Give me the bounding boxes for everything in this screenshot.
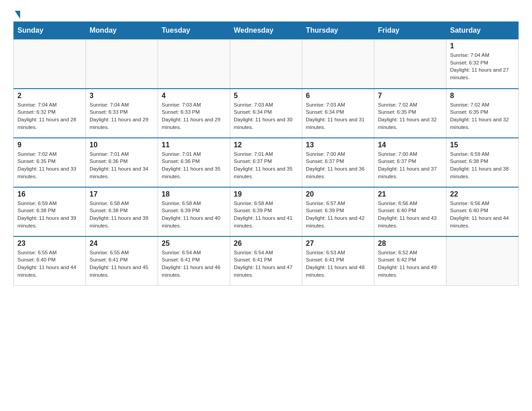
weekday-header-tuesday: Tuesday bbox=[158, 22, 230, 39]
day-number: 9 bbox=[17, 141, 82, 149]
day-info: Sunrise: 7:02 AMSunset: 6:35 PMDaylight:… bbox=[450, 101, 515, 131]
day-number: 10 bbox=[90, 141, 154, 149]
calendar-cell: 21Sunrise: 6:56 AMSunset: 6:40 PMDayligh… bbox=[374, 187, 446, 236]
calendar-cell bbox=[158, 39, 230, 89]
calendar-cell bbox=[230, 39, 302, 89]
day-info: Sunrise: 6:54 AMSunset: 6:41 PMDaylight:… bbox=[234, 249, 298, 279]
day-info: Sunrise: 7:02 AMSunset: 6:35 PMDaylight:… bbox=[378, 101, 442, 131]
day-number: 26 bbox=[234, 240, 298, 248]
day-number: 11 bbox=[162, 141, 226, 149]
day-info: Sunrise: 7:01 AMSunset: 6:37 PMDaylight:… bbox=[234, 150, 298, 180]
day-number: 28 bbox=[378, 240, 442, 248]
day-info: Sunrise: 6:58 AMSunset: 6:38 PMDaylight:… bbox=[90, 200, 154, 230]
calendar-cell: 27Sunrise: 6:53 AMSunset: 6:41 PMDayligh… bbox=[302, 236, 374, 286]
calendar-cell bbox=[86, 39, 158, 89]
day-info: Sunrise: 7:03 AMSunset: 6:33 PMDaylight:… bbox=[162, 101, 226, 131]
weekday-header-monday: Monday bbox=[86, 22, 158, 39]
day-info: Sunrise: 6:55 AMSunset: 6:40 PMDaylight:… bbox=[17, 249, 82, 279]
calendar-cell: 14Sunrise: 7:00 AMSunset: 6:37 PMDayligh… bbox=[374, 138, 446, 187]
calendar-cell: 5Sunrise: 7:03 AMSunset: 6:34 PMDaylight… bbox=[230, 89, 302, 138]
calendar-cell: 1Sunrise: 7:04 AMSunset: 6:32 PMDaylight… bbox=[446, 39, 519, 89]
day-info: Sunrise: 7:02 AMSunset: 6:35 PMDaylight:… bbox=[17, 150, 82, 180]
logo-arrow-icon bbox=[15, 11, 20, 19]
calendar-cell: 4Sunrise: 7:03 AMSunset: 6:33 PMDaylight… bbox=[158, 89, 230, 138]
weekday-header-sunday: Sunday bbox=[14, 22, 86, 39]
calendar-cell: 26Sunrise: 6:54 AMSunset: 6:41 PMDayligh… bbox=[230, 236, 302, 286]
calendar-cell bbox=[446, 236, 519, 286]
day-number: 3 bbox=[90, 92, 154, 100]
calendar-cell: 12Sunrise: 7:01 AMSunset: 6:37 PMDayligh… bbox=[230, 138, 302, 187]
day-number: 8 bbox=[450, 92, 515, 100]
calendar-week-3: 9Sunrise: 7:02 AMSunset: 6:35 PMDaylight… bbox=[14, 138, 519, 187]
calendar-cell: 17Sunrise: 6:58 AMSunset: 6:38 PMDayligh… bbox=[86, 187, 158, 236]
calendar-cell bbox=[302, 39, 374, 89]
day-info: Sunrise: 6:54 AMSunset: 6:41 PMDaylight:… bbox=[162, 249, 226, 279]
day-number: 23 bbox=[17, 240, 82, 248]
calendar-cell: 7Sunrise: 7:02 AMSunset: 6:35 PMDaylight… bbox=[374, 89, 446, 138]
weekday-header-wednesday: Wednesday bbox=[230, 22, 302, 39]
day-number: 22 bbox=[450, 190, 515, 198]
day-info: Sunrise: 6:52 AMSunset: 6:42 PMDaylight:… bbox=[378, 249, 442, 279]
calendar-cell: 28Sunrise: 6:52 AMSunset: 6:42 PMDayligh… bbox=[374, 236, 446, 286]
calendar-cell: 25Sunrise: 6:54 AMSunset: 6:41 PMDayligh… bbox=[158, 236, 230, 286]
calendar-cell: 3Sunrise: 7:04 AMSunset: 6:33 PMDaylight… bbox=[86, 89, 158, 138]
calendar-cell: 13Sunrise: 7:00 AMSunset: 6:37 PMDayligh… bbox=[302, 138, 374, 187]
day-info: Sunrise: 6:59 AMSunset: 6:38 PMDaylight:… bbox=[450, 150, 515, 180]
calendar-cell: 23Sunrise: 6:55 AMSunset: 6:40 PMDayligh… bbox=[14, 236, 86, 286]
calendar-cell: 20Sunrise: 6:57 AMSunset: 6:39 PMDayligh… bbox=[302, 187, 374, 236]
day-info: Sunrise: 6:56 AMSunset: 6:40 PMDaylight:… bbox=[450, 200, 515, 230]
day-info: Sunrise: 7:04 AMSunset: 6:33 PMDaylight:… bbox=[90, 101, 154, 131]
day-number: 14 bbox=[378, 141, 442, 149]
calendar-week-5: 23Sunrise: 6:55 AMSunset: 6:40 PMDayligh… bbox=[14, 236, 519, 286]
day-number: 17 bbox=[90, 190, 154, 198]
day-number: 13 bbox=[306, 141, 370, 149]
weekday-header-friday: Friday bbox=[374, 22, 446, 39]
day-number: 7 bbox=[378, 92, 442, 100]
calendar-week-1: 1Sunrise: 7:04 AMSunset: 6:32 PMDaylight… bbox=[14, 39, 519, 89]
calendar-cell: 24Sunrise: 6:55 AMSunset: 6:41 PMDayligh… bbox=[86, 236, 158, 286]
day-number: 2 bbox=[17, 92, 82, 100]
weekday-header-thursday: Thursday bbox=[302, 22, 374, 39]
calendar-cell bbox=[14, 39, 86, 89]
day-info: Sunrise: 7:03 AMSunset: 6:34 PMDaylight:… bbox=[306, 101, 370, 131]
day-number: 18 bbox=[162, 190, 226, 198]
day-info: Sunrise: 6:57 AMSunset: 6:39 PMDaylight:… bbox=[306, 200, 370, 230]
day-info: Sunrise: 7:00 AMSunset: 6:37 PMDaylight:… bbox=[378, 150, 442, 180]
weekday-header-row: SundayMondayTuesdayWednesdayThursdayFrid… bbox=[14, 22, 519, 39]
calendar-table: SundayMondayTuesdayWednesdayThursdayFrid… bbox=[13, 21, 519, 286]
day-number: 27 bbox=[306, 240, 370, 248]
day-number: 4 bbox=[162, 92, 226, 100]
weekday-header-saturday: Saturday bbox=[446, 22, 519, 39]
page-header bbox=[13, 9, 519, 17]
calendar-cell: 19Sunrise: 6:58 AMSunset: 6:39 PMDayligh… bbox=[230, 187, 302, 236]
day-number: 24 bbox=[90, 240, 154, 248]
day-info: Sunrise: 6:56 AMSunset: 6:40 PMDaylight:… bbox=[378, 200, 442, 230]
day-info: Sunrise: 6:59 AMSunset: 6:38 PMDaylight:… bbox=[17, 200, 82, 230]
calendar-cell: 22Sunrise: 6:56 AMSunset: 6:40 PMDayligh… bbox=[446, 187, 519, 236]
calendar-cell: 8Sunrise: 7:02 AMSunset: 6:35 PMDaylight… bbox=[446, 89, 519, 138]
day-info: Sunrise: 7:03 AMSunset: 6:34 PMDaylight:… bbox=[234, 101, 298, 131]
day-number: 12 bbox=[234, 141, 298, 149]
calendar-cell: 11Sunrise: 7:01 AMSunset: 6:36 PMDayligh… bbox=[158, 138, 230, 187]
calendar-cell: 10Sunrise: 7:01 AMSunset: 6:36 PMDayligh… bbox=[86, 138, 158, 187]
day-number: 16 bbox=[17, 190, 82, 198]
day-number: 1 bbox=[450, 42, 515, 50]
day-number: 15 bbox=[450, 141, 515, 149]
calendar-cell: 9Sunrise: 7:02 AMSunset: 6:35 PMDaylight… bbox=[14, 138, 86, 187]
day-number: 21 bbox=[378, 190, 442, 198]
day-info: Sunrise: 6:58 AMSunset: 6:39 PMDaylight:… bbox=[162, 200, 226, 230]
day-info: Sunrise: 6:55 AMSunset: 6:41 PMDaylight:… bbox=[90, 249, 154, 279]
calendar-cell bbox=[374, 39, 446, 89]
day-info: Sunrise: 7:04 AMSunset: 6:32 PMDaylight:… bbox=[450, 51, 515, 81]
calendar-cell: 6Sunrise: 7:03 AMSunset: 6:34 PMDaylight… bbox=[302, 89, 374, 138]
day-info: Sunrise: 7:01 AMSunset: 6:36 PMDaylight:… bbox=[90, 150, 154, 180]
day-info: Sunrise: 7:01 AMSunset: 6:36 PMDaylight:… bbox=[162, 150, 226, 180]
day-info: Sunrise: 7:04 AMSunset: 6:32 PMDaylight:… bbox=[17, 101, 82, 131]
day-number: 6 bbox=[306, 92, 370, 100]
calendar-week-4: 16Sunrise: 6:59 AMSunset: 6:38 PMDayligh… bbox=[14, 187, 519, 236]
day-info: Sunrise: 7:00 AMSunset: 6:37 PMDaylight:… bbox=[306, 150, 370, 180]
day-number: 5 bbox=[234, 92, 298, 100]
calendar-cell: 16Sunrise: 6:59 AMSunset: 6:38 PMDayligh… bbox=[14, 187, 86, 236]
calendar-cell: 18Sunrise: 6:58 AMSunset: 6:39 PMDayligh… bbox=[158, 187, 230, 236]
day-info: Sunrise: 6:58 AMSunset: 6:39 PMDaylight:… bbox=[234, 200, 298, 230]
